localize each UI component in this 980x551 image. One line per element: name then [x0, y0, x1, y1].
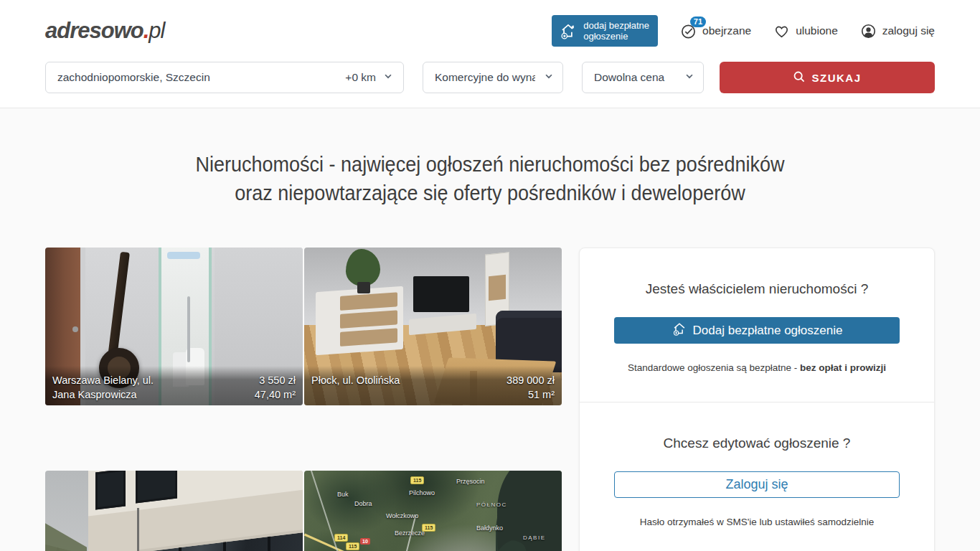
location-input[interactable]: zachodniopomorskie, Szczecin +0 km: [45, 62, 404, 93]
map-label: Dobra: [354, 500, 372, 507]
login-button[interactable]: Zaloguj się: [614, 471, 900, 498]
chevron-down-icon: [383, 71, 393, 84]
listing-photo: [187, 296, 190, 362]
listing-photo: [72, 326, 78, 332]
page-title-line1: Nieruchomości - najwięcej ogłoszeń nieru…: [90, 150, 890, 179]
login-link[interactable]: zaloguj się: [859, 22, 935, 40]
login-label: zaloguj się: [882, 24, 935, 37]
map-label: Bałdynko: [476, 524, 503, 532]
price-select[interactable]: Dowolna cena: [582, 62, 704, 93]
listing-price: 389 000 zł: [507, 373, 555, 387]
location-value: zachodniopomorskie, Szczecin: [57, 71, 210, 84]
owner-title: Jesteś właścicielem nieruchomości ?: [614, 281, 900, 297]
category-value: Komercyjne do wynaję: [435, 71, 535, 84]
listing-photo: [95, 471, 126, 510]
map-label: Pilchowo: [409, 489, 435, 496]
listing-card-plock[interactable]: Płock, ul. Otolińska 389 000 zł 51 m²: [304, 248, 562, 405]
owner-section: Jesteś właścicielem nieruchomości ? Doda…: [580, 248, 934, 402]
road-badge: 115: [346, 542, 359, 550]
listing-card-szczecin-map[interactable]: Pilchowo Przęsocin Buk Dobra Wołczkowo B…: [304, 471, 562, 551]
map-label: Bezrzecze: [395, 529, 425, 537]
viewed-count-badge: 71: [690, 17, 706, 27]
add-free-listing-button[interactable]: Dodaj bezpłatne ogłoszenie: [614, 317, 900, 344]
listing-photo: [108, 252, 130, 358]
road-badge: 115: [422, 524, 435, 532]
edit-section: Chcesz edytować ogłoszenie ? Zaloguj się…: [580, 402, 934, 551]
main-content: Nieruchomości - najwięcej ogłoszeń nieru…: [0, 108, 980, 551]
viewed-link[interactable]: 71 obejrzane: [679, 22, 751, 40]
price-value: Dowolna cena: [594, 71, 664, 84]
chevron-down-icon: [544, 71, 554, 84]
listing-photo: [357, 282, 370, 293]
header-actions: dodaj bezpłatne ogłoszenie 71 obejrzane: [552, 15, 935, 47]
listing-location: Płock, ul. Otolińska: [311, 373, 400, 387]
listing-location: Jana Kasprowicza: [52, 387, 154, 402]
heart-icon: [773, 22, 791, 40]
listing-photo: [316, 286, 403, 356]
listing-photo: [136, 471, 177, 504]
listing-area: 47,40 m²: [255, 387, 296, 402]
search-button[interactable]: SZUKAJ: [720, 62, 935, 93]
listing-card-warszawa[interactable]: Warszawa Bielany, ul. Jana Kasprowicza 3…: [45, 248, 303, 405]
road-badge: 114: [334, 534, 348, 542]
logo-name: adresowo: [45, 18, 143, 43]
map-district-label: PÓŁNOC: [476, 501, 507, 508]
listing-photo: [346, 249, 380, 286]
favorites-label: ulubione: [796, 24, 838, 37]
map-label: Buk: [337, 491, 349, 498]
search-bar: zachodniopomorskie, Szczecin +0 km Komer…: [45, 62, 935, 108]
page-title: Nieruchomości - najwięcej ogłoszeń nieru…: [45, 150, 935, 207]
owner-note: Standardowe ogłoszenia są bezpłatne - be…: [614, 362, 900, 373]
viewed-label: obejrzane: [702, 24, 751, 37]
map-label: Przęsocin: [456, 478, 485, 485]
radius-value: +0 km: [345, 71, 376, 84]
listing-card-lancut[interactable]: Łańcut, ul. Jana Pawła II 5 500 zł: [45, 471, 303, 551]
edit-title: Chcesz edytować ogłoszenie ?: [614, 435, 900, 451]
listing-photo: [137, 508, 139, 551]
listing-caption: Warszawa Bielany, ul. Jana Kasprowicza 3…: [45, 366, 303, 405]
chevron-down-icon: [684, 71, 694, 84]
map-label: Wołczkowo: [386, 512, 418, 519]
user-icon: [859, 22, 877, 40]
header: adresowo.pl dodaj bezpłatne: [45, 0, 935, 62]
logo[interactable]: adresowo.pl: [45, 18, 164, 44]
listing-location: Warszawa Bielany, ul.: [52, 373, 154, 387]
road-badge: 10: [360, 538, 370, 545]
logo-tld: pl: [149, 18, 164, 43]
road-badge: 115: [410, 476, 424, 484]
add-listing-label: dodaj bezpłatne ogłoszenie: [583, 20, 649, 42]
circle-check-icon: 71: [679, 22, 697, 40]
sidebar-panel: Jesteś właścicielem nieruchomości ? Doda…: [579, 248, 935, 551]
favorites-link[interactable]: ulubione: [773, 22, 838, 40]
add-free-listing-label: Dodaj bezpłatne ogłoszenie: [693, 324, 843, 338]
house-add-icon: [672, 321, 687, 340]
listing-caption: Płock, ul. Otolińska 389 000 zł 51 m²: [304, 366, 562, 405]
page-title-line2: oraz niepowtarzające się oferty pośredni…: [90, 179, 890, 207]
listing-photo: [45, 523, 87, 551]
listings-grid: Warszawa Bielany, ul. Jana Kasprowicza 3…: [45, 248, 562, 551]
listing-photo: [413, 276, 469, 312]
login-button-label: Zaloguj się: [725, 477, 788, 492]
house-add-icon: [559, 22, 578, 40]
listing-area: 51 m²: [507, 387, 555, 402]
search-button-label: SZUKAJ: [811, 72, 861, 84]
listing-price: 3 550 zł: [255, 373, 296, 387]
map-district-label: DĄBIE: [523, 534, 546, 541]
add-listing-button[interactable]: dodaj bezpłatne ogłoszenie: [552, 15, 658, 47]
category-select[interactable]: Komercyjne do wynaję: [423, 62, 563, 93]
edit-note: Hasło otrzymałeś w SMS'ie lub ustawiłeś …: [614, 517, 900, 527]
top-section: adresowo.pl dodaj bezpłatne: [0, 0, 980, 108]
search-icon: [793, 70, 806, 85]
